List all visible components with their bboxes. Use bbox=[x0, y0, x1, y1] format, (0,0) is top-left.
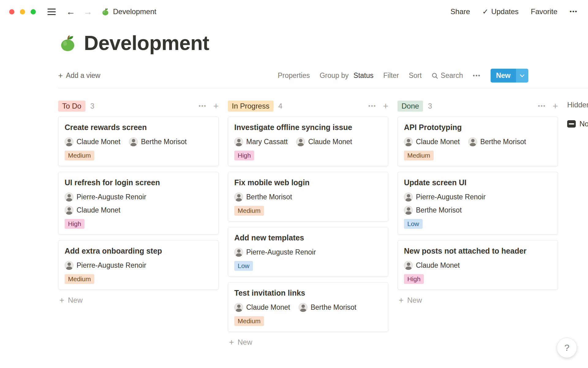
check-icon: ✓ bbox=[482, 7, 488, 16]
page-title[interactable]: Development bbox=[84, 31, 209, 55]
person-name: Pierre-Auguste Renoir bbox=[246, 248, 316, 256]
card-title: New posts not attached to header bbox=[404, 247, 552, 255]
add-card-button[interactable]: + New bbox=[398, 296, 558, 305]
card-title: API Prototyping bbox=[404, 123, 552, 132]
priority-badge: Medium bbox=[404, 151, 434, 160]
priority-badge: Medium bbox=[65, 151, 94, 160]
priority-badge: Medium bbox=[65, 274, 94, 284]
person-name: Claude Monet bbox=[77, 138, 120, 146]
properties-button[interactable]: Properties bbox=[278, 71, 310, 80]
avatar bbox=[129, 137, 138, 146]
person: Claude Monet bbox=[404, 137, 460, 146]
column-count: 4 bbox=[278, 102, 282, 110]
close-window-button[interactable] bbox=[9, 9, 14, 14]
search-icon bbox=[432, 72, 438, 79]
more-options-icon[interactable]: ••• bbox=[570, 8, 578, 15]
person-name: Mary Cassatt bbox=[246, 138, 288, 146]
help-button[interactable]: ? bbox=[557, 338, 577, 358]
view-more-icon[interactable]: ••• bbox=[473, 72, 481, 79]
person: Pierre-Auguste Renoir bbox=[234, 248, 316, 257]
person-name: Pierre-Auguste Renoir bbox=[77, 193, 146, 201]
column-add-icon[interactable]: + bbox=[383, 102, 388, 111]
favorite-button[interactable]: Favorite bbox=[531, 7, 557, 16]
column-add-icon[interactable]: + bbox=[552, 102, 558, 111]
avatar bbox=[234, 137, 243, 146]
avatar bbox=[65, 206, 74, 215]
column-title-done[interactable]: Done bbox=[398, 101, 423, 112]
card-api-prototyping[interactable]: API Prototyping Claude Monet Berthe Mori… bbox=[398, 117, 558, 166]
card-add-new-templates[interactable]: Add new templates Pierre-Auguste Renoir … bbox=[228, 227, 388, 277]
person: Claude Monet bbox=[404, 261, 460, 270]
zoom-window-button[interactable] bbox=[31, 9, 36, 14]
new-button[interactable]: New bbox=[491, 69, 528, 82]
titlebar: ← → Development Share ✓ Updates Favorite… bbox=[0, 0, 588, 23]
person: Mary Cassatt bbox=[234, 137, 288, 146]
apple-page-icon-large[interactable] bbox=[58, 33, 77, 52]
back-arrow-icon[interactable]: ← bbox=[66, 6, 75, 17]
filter-button[interactable]: Filter bbox=[383, 71, 399, 80]
person: Claude Monet bbox=[234, 303, 290, 312]
group-by-button[interactable]: Group byStatus bbox=[320, 71, 374, 80]
add-card-button[interactable]: + New bbox=[228, 338, 388, 347]
board-column-in-progress: In Progress 4 ••• + Investigate offline … bbox=[228, 101, 388, 347]
hidden-groups-section: Hidden No Status bbox=[567, 101, 588, 128]
person: Claude Monet bbox=[65, 137, 120, 146]
forward-arrow-icon[interactable]: → bbox=[83, 6, 92, 17]
card-title: Add new templates bbox=[234, 233, 382, 242]
add-card-button[interactable]: + New bbox=[58, 296, 219, 305]
card-new-posts-not-attached[interactable]: New posts not attached to header Claude … bbox=[398, 240, 558, 290]
person: Pierre-Auguste Renoir bbox=[65, 193, 146, 201]
no-status-icon bbox=[567, 120, 576, 128]
sort-button[interactable]: Sort bbox=[409, 71, 422, 80]
card-title: Investigate offline syncing issue bbox=[234, 123, 382, 132]
breadcrumb[interactable]: Development bbox=[101, 7, 156, 16]
priority-badge: Medium bbox=[234, 316, 264, 326]
avatar bbox=[404, 137, 413, 146]
card-ui-refresh-login[interactable]: UI refresh for login screen Pierre-Augus… bbox=[58, 172, 219, 235]
board-column-done: Done 3 ••• + API Prototyping Claude Mone… bbox=[398, 101, 558, 305]
apple-page-icon bbox=[101, 7, 110, 16]
card-add-extra-onboarding[interactable]: Add extra onboarding step Pierre-Auguste… bbox=[58, 240, 219, 290]
page-header: Development bbox=[58, 31, 588, 55]
priority-badge: Low bbox=[404, 219, 423, 229]
avatar bbox=[404, 193, 413, 201]
search-button[interactable]: Search bbox=[432, 71, 463, 80]
window-controls bbox=[9, 9, 36, 14]
person-name: Berthe Morisot bbox=[416, 206, 462, 214]
hidden-groups-toggle[interactable]: Hidden bbox=[567, 101, 588, 109]
priority-badge: High bbox=[404, 274, 424, 284]
updates-button[interactable]: ✓ Updates bbox=[482, 7, 519, 16]
column-more-icon[interactable]: ••• bbox=[368, 103, 376, 109]
sidebar-toggle-icon[interactable] bbox=[47, 9, 56, 15]
column-add-icon[interactable]: + bbox=[213, 102, 219, 111]
person-name: Berthe Morisot bbox=[311, 303, 356, 312]
priority-badge: High bbox=[65, 219, 85, 229]
column-count: 3 bbox=[90, 102, 94, 110]
card-fix-mobile-web-login[interactable]: Fix mobile web login Berthe Morisot Medi… bbox=[228, 172, 388, 221]
avatar bbox=[296, 137, 305, 146]
chevron-down-icon[interactable] bbox=[516, 69, 528, 82]
person-name: Berthe Morisot bbox=[480, 138, 526, 146]
person-name: Pierre-Auguste Renoir bbox=[416, 193, 486, 201]
column-title-todo[interactable]: To Do bbox=[58, 101, 85, 112]
column-title-in-progress[interactable]: In Progress bbox=[228, 101, 273, 112]
card-update-screen-ui[interactable]: Update screen UI Pierre-Auguste Renoir B… bbox=[398, 172, 558, 235]
priority-badge: Medium bbox=[234, 206, 264, 216]
person: Berthe Morisot bbox=[234, 193, 292, 201]
column-more-icon[interactable]: ••• bbox=[199, 103, 207, 109]
card-investigate-offline-syncing[interactable]: Investigate offline syncing issue Mary C… bbox=[228, 117, 388, 166]
column-more-icon[interactable]: ••• bbox=[538, 103, 546, 109]
plus-icon: + bbox=[399, 296, 404, 305]
hidden-group-no-status[interactable]: No Status bbox=[567, 120, 588, 128]
card-test-invitation-links[interactable]: Test invitation links Claude Monet Berth… bbox=[228, 282, 388, 332]
avatar bbox=[65, 137, 74, 146]
share-button[interactable]: Share bbox=[450, 7, 470, 16]
board-column-todo: To Do 3 ••• + Create rewards screen Clau… bbox=[58, 101, 219, 305]
add-view-button[interactable]: + Add a view bbox=[58, 71, 100, 80]
person-name: Berthe Morisot bbox=[246, 193, 292, 201]
plus-icon: + bbox=[58, 71, 63, 80]
minimize-window-button[interactable] bbox=[20, 9, 25, 14]
avatar bbox=[404, 206, 413, 215]
avatar bbox=[65, 193, 74, 201]
card-create-rewards-screen[interactable]: Create rewards screen Claude Monet Berth… bbox=[58, 117, 219, 166]
